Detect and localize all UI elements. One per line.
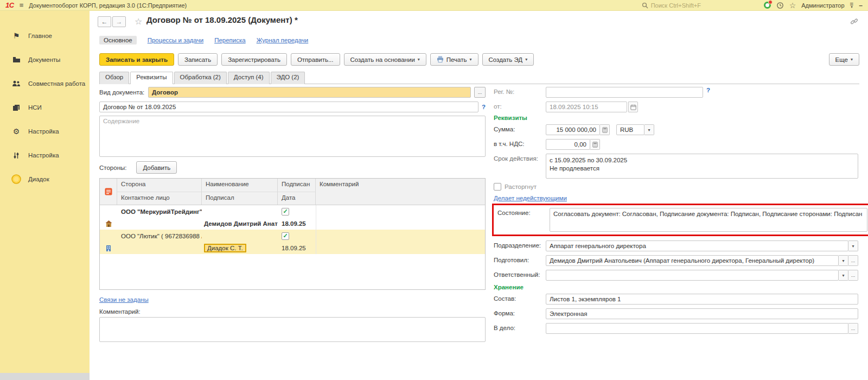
chevron-down-icon: ▾: [418, 57, 420, 62]
forward-button[interactable]: →: [112, 16, 126, 27]
sign-date[interactable]: 18.09.25: [278, 220, 316, 227]
prepared-dropdown-button[interactable]: ▾: [839, 255, 848, 266]
state-field[interactable]: Согласовать документ: Согласован, Подпис…: [550, 208, 867, 232]
signed-checkbox[interactable]: ✓: [278, 208, 316, 216]
subtab-dostup[interactable]: Доступ (4): [228, 72, 270, 84]
signer-name[interactable]: Демидов Дмитрий Анатол...: [202, 220, 278, 227]
subtab-obzor[interactable]: Обзор: [99, 72, 129, 84]
register-button[interactable]: Зарегистрировать: [221, 53, 287, 66]
comment-cell[interactable]: [316, 230, 485, 254]
sidebar-item-sovmestnaya-rabota[interactable]: Совместная работа: [0, 72, 90, 96]
save-button[interactable]: Записать: [178, 53, 218, 66]
topbar: 1С ≡ Документооборот КОРП, редакция 3.0 …: [0, 0, 868, 11]
printer-icon: [437, 56, 444, 64]
reg-date-field[interactable]: 18.09.2025 10:15: [546, 102, 627, 112]
department-dropdown-button[interactable]: ▾: [848, 240, 858, 251]
table-row-selected[interactable]: ООО "Лютик" ( 9672836988 / 967... ✓ Диад…: [100, 230, 485, 254]
reg-number-field[interactable]: [546, 87, 703, 98]
party-name[interactable]: ООО "Лютик" ( 9672836988 / 967...: [117, 233, 202, 239]
subtab-obrabotka[interactable]: Обработка (2): [174, 72, 227, 84]
send-button[interactable]: Отправить...: [291, 53, 340, 66]
favorite-star-icon[interactable]: ☆: [135, 16, 142, 27]
our-organization-icon: [100, 220, 117, 227]
minimize-button[interactable]: –: [859, 2, 863, 9]
currency-field[interactable]: RUB: [616, 124, 644, 135]
signed-checkbox[interactable]: ✓: [278, 232, 316, 240]
sidebar-item-dokumenty[interactable]: Документы: [0, 48, 90, 72]
comment-field[interactable]: [99, 317, 486, 342]
currency-dropdown-button[interactable]: ▾: [644, 124, 654, 135]
tab-processy-i-zadachi[interactable]: Процессы и задачи: [148, 37, 203, 43]
sidebar-item-nastroyka-gear[interactable]: ⚙ Настройка: [0, 119, 90, 143]
app-window: 1С ≡ Документооборот КОРП, редакция 3.0 …: [0, 0, 868, 380]
chevron-down-icon: ▾: [525, 57, 527, 62]
doc-name-field[interactable]: Договор № от 18.09.2025: [99, 102, 478, 112]
help-question-icon[interactable]: ?: [482, 104, 486, 110]
state-label: Состояние:: [497, 208, 546, 216]
responsible-dropdown-button[interactable]: ▾: [839, 270, 848, 281]
sidebar-item-nastroyka-sliders[interactable]: Настройка: [0, 143, 90, 167]
history-icon[interactable]: [776, 2, 784, 9]
subtab-edo[interactable]: ЭДО (2): [271, 72, 305, 84]
favorites-icon[interactable]: ☆: [789, 1, 796, 10]
calculator-icon[interactable]: [600, 124, 610, 135]
tab-osnovnoe[interactable]: Основное: [99, 36, 137, 45]
sidebar-item-nsi[interactable]: НСИ: [0, 96, 90, 119]
case-field[interactable]: [546, 323, 848, 334]
prepared-choose-button[interactable]: ...: [848, 255, 858, 266]
department-label: Подразделение:: [494, 240, 542, 249]
sum-field[interactable]: 15 000 000,00: [546, 124, 600, 135]
discussions-icon[interactable]: [764, 2, 771, 9]
reg-number-label: Рег. №:: [494, 87, 542, 95]
responsible-choose-button[interactable]: ...: [848, 270, 858, 281]
sidebar-item-glavnoe[interactable]: ⚑ Главное: [0, 24, 90, 48]
comment-cell[interactable]: [316, 205, 485, 230]
folder-icon: [11, 56, 21, 63]
chevron-down-icon: ▾: [470, 57, 472, 62]
table-row[interactable]: ООО "МеркурийТрейдинг" ✓ Демидов Дмитрий…: [100, 205, 485, 230]
choose-doc-kind-button[interactable]: ...: [474, 87, 486, 98]
print-button[interactable]: Печать▾: [430, 53, 478, 66]
save-and-close-button[interactable]: Записать и закрыть: [99, 53, 174, 66]
subtab-rekvizity[interactable]: Реквизиты: [130, 72, 173, 84]
sidebar-item-diadoc[interactable]: Диадок: [0, 167, 90, 191]
sign-date[interactable]: 18.09.25: [278, 245, 316, 251]
create-based-on-button[interactable]: Создать на основании▾: [344, 53, 426, 66]
validity-field[interactable]: с 15.09.2025 по 30.09.2025 Не продлевает…: [546, 154, 858, 179]
doc-kind-field[interactable]: Договор: [148, 87, 471, 98]
create-ed-button[interactable]: Создать ЭД▾: [482, 53, 534, 66]
tab-perepiska[interactable]: Переписка: [214, 37, 246, 43]
more-button[interactable]: Еще▾: [829, 53, 859, 66]
prepared-by-field[interactable]: Демидов Дмитрий Анатольевич (Аппарат ген…: [546, 255, 839, 266]
storage-section-header: Хранение: [494, 284, 858, 290]
get-link-icon[interactable]: [850, 17, 858, 27]
links-not-set-link[interactable]: Связи не заданы: [99, 296, 149, 303]
party-name[interactable]: ООО "МеркурийТрейдинг": [117, 208, 202, 215]
department-field[interactable]: Аппарат генерального директора: [546, 240, 848, 251]
tab-zhurnal-peredachi[interactable]: Журнал передачи: [257, 37, 309, 43]
vat-field[interactable]: 0,00: [546, 139, 590, 150]
calculator-icon[interactable]: [590, 139, 600, 150]
global-search-input[interactable]: Поиск Ctrl+Shift+F: [642, 2, 758, 9]
calendar-icon[interactable]: [628, 102, 638, 112]
back-button[interactable]: ←: [98, 16, 111, 27]
form-field[interactable]: Электронная: [546, 308, 858, 319]
prepared-by-label: Подготовил:: [494, 255, 542, 263]
state-highlight-box: Состояние: Согласовать документ: Согласо…: [492, 204, 868, 236]
case-choose-button[interactable]: ...: [848, 323, 858, 334]
help-question-icon[interactable]: ?: [706, 87, 710, 93]
responsible-field[interactable]: [546, 270, 839, 281]
parties-table: Сторона Наименование Подписан Комментари…: [99, 178, 486, 290]
terminated-checkbox[interactable]: [494, 183, 501, 191]
1c-logo: 1С: [5, 1, 14, 9]
invalidates-link[interactable]: Делает недействующими: [494, 195, 567, 201]
composition-field[interactable]: Листов 1, экземпляров 1: [546, 294, 858, 305]
document-nav-tabs: Основное Процессы и задачи Переписка Жур…: [99, 36, 308, 45]
settings-menu-icon[interactable]: ≡▾: [850, 2, 854, 8]
current-user[interactable]: Администратор: [801, 2, 844, 9]
gear-icon: ⚙: [11, 127, 21, 136]
add-party-button[interactable]: Добавить: [136, 161, 177, 174]
content-field[interactable]: Содержание: [99, 116, 486, 157]
main-menu-icon[interactable]: ≡: [20, 2, 24, 9]
signer-name-editing[interactable]: Диадок С. Т.: [202, 244, 278, 253]
